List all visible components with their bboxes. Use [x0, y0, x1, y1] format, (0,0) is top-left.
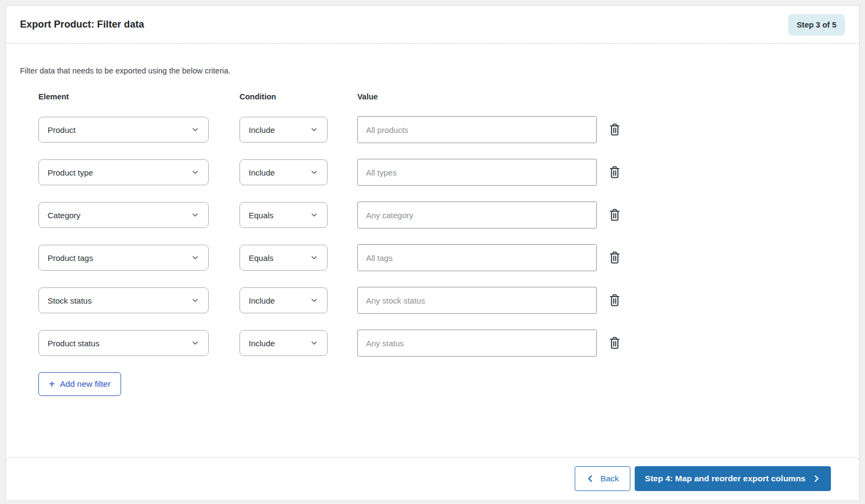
filter-table: Element Condition Value Product Include	[38, 92, 845, 357]
wizard-body: Filter data that needs to be exported us…	[6, 44, 859, 457]
condition-select-value: Equals	[249, 253, 274, 263]
value-cell	[357, 159, 597, 186]
column-header-value: Value	[357, 92, 597, 101]
element-select[interactable]: Product status	[38, 330, 209, 356]
next-step-label: Step 4: Map and reorder export columns	[645, 474, 806, 483]
column-header-condition: Condition	[239, 92, 328, 101]
wizard-header: Export Product: Filter data Step 3 of 5	[6, 6, 859, 44]
value-input[interactable]	[357, 330, 597, 357]
element-select-value: Product	[48, 125, 76, 135]
element-select-value: Category	[48, 211, 81, 220]
chevron-down-icon	[310, 253, 318, 262]
plus-icon: +	[49, 380, 55, 388]
delete-filter-button[interactable]	[608, 207, 622, 223]
condition-select[interactable]: Include	[239, 159, 328, 185]
delete-filter-button[interactable]	[608, 122, 622, 137]
element-select-value: Product status	[48, 339, 99, 348]
value-input[interactable]	[357, 201, 597, 229]
next-step-button[interactable]: Step 4: Map and reorder export columns	[635, 466, 831, 491]
condition-select-value: Equals	[249, 211, 274, 220]
trash-icon	[608, 293, 622, 308]
delete-filter-button[interactable]	[608, 250, 622, 265]
element-select[interactable]: Stock status	[38, 287, 209, 313]
condition-select-value: Include	[249, 125, 275, 135]
chevron-down-icon	[191, 168, 199, 177]
element-select[interactable]: Product	[38, 117, 209, 143]
filter-row: Category Equals	[38, 201, 845, 229]
chevron-down-icon	[191, 339, 199, 347]
back-button-label: Back	[600, 474, 618, 483]
chevron-right-icon	[812, 474, 821, 483]
condition-select-value: Include	[249, 168, 275, 177]
filter-row: Stock status Include	[38, 287, 845, 314]
trash-icon	[608, 207, 622, 223]
chevron-down-icon	[191, 211, 199, 219]
element-select[interactable]: Product type	[38, 159, 209, 185]
filter-row: Product Include	[38, 116, 845, 143]
condition-select[interactable]: Equals	[239, 245, 328, 271]
filter-row: Product tags Equals	[38, 244, 845, 271]
filter-row: Product type Include	[38, 159, 845, 186]
chevron-down-icon	[310, 296, 318, 305]
value-input[interactable]	[357, 244, 597, 271]
chevron-down-icon	[191, 296, 199, 305]
chevron-down-icon	[310, 339, 318, 347]
trash-icon	[608, 122, 622, 137]
condition-select[interactable]: Include	[239, 287, 328, 313]
trash-icon	[608, 250, 622, 265]
chevron-down-icon	[310, 211, 318, 219]
value-input[interactable]	[357, 116, 597, 143]
condition-select-value: Include	[249, 296, 275, 305]
chevron-down-icon	[191, 125, 199, 134]
element-select-value: Product type	[48, 168, 93, 177]
element-select-value: Stock status	[48, 296, 92, 305]
value-cell	[357, 116, 597, 143]
delete-filter-button[interactable]	[608, 335, 622, 351]
trash-icon	[608, 335, 622, 351]
filter-row: Product status Include	[38, 330, 845, 357]
value-cell	[357, 287, 597, 314]
value-cell	[357, 330, 597, 357]
condition-select[interactable]: Include	[239, 330, 328, 356]
condition-select[interactable]: Include	[239, 117, 328, 143]
value-cell	[357, 201, 597, 229]
add-new-filter-label: Add new filter	[60, 379, 111, 389]
column-headers: Element Condition Value	[38, 92, 845, 101]
chevron-down-icon	[310, 168, 318, 177]
value-input[interactable]	[357, 287, 597, 314]
step-badge: Step 3 of 5	[788, 14, 845, 36]
page-title: Export Product: Filter data	[20, 19, 144, 30]
element-select[interactable]: Category	[38, 202, 209, 228]
chevron-down-icon	[191, 253, 199, 262]
delete-filter-button[interactable]	[608, 293, 622, 308]
filter-rows: Product Include	[38, 116, 845, 357]
chevron-down-icon	[310, 125, 318, 134]
chevron-left-icon	[586, 474, 595, 483]
export-wizard-panel: Export Product: Filter data Step 3 of 5 …	[5, 5, 860, 500]
delete-filter-button[interactable]	[608, 165, 622, 180]
add-new-filter-button[interactable]: + Add new filter	[38, 372, 121, 396]
condition-select-value: Include	[249, 339, 275, 348]
element-select-value: Product tags	[48, 253, 93, 263]
element-select[interactable]: Product tags	[38, 245, 209, 271]
trash-icon	[608, 165, 622, 180]
intro-text: Filter data that needs to be exported us…	[20, 66, 845, 75]
wizard-footer: Back Step 4: Map and reorder export colu…	[5, 457, 860, 500]
value-input[interactable]	[357, 159, 597, 186]
column-header-element: Element	[38, 92, 209, 101]
value-cell	[357, 244, 597, 271]
back-button[interactable]: Back	[575, 466, 630, 491]
condition-select[interactable]: Equals	[239, 202, 328, 228]
